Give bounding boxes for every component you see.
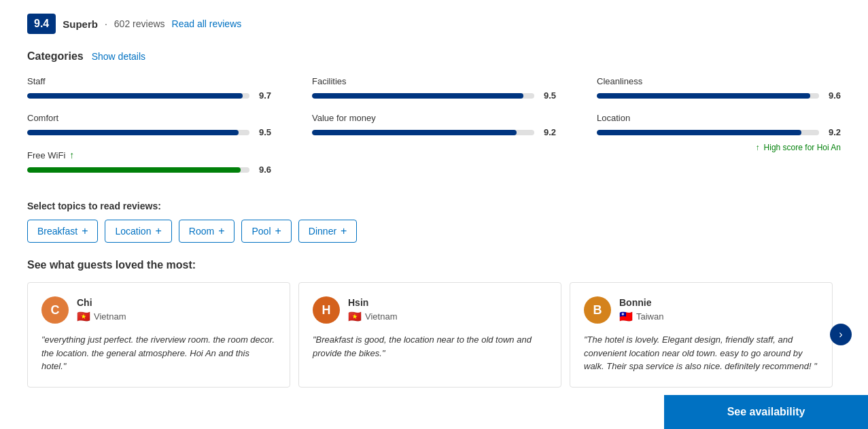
- category-cleanliness: Cleanliness 9.6: [597, 76, 841, 101]
- location-bar-fill: [597, 130, 801, 135]
- availability-btn-container: See availability: [664, 395, 868, 401]
- avatar-hsin: H: [313, 296, 340, 324]
- topic-chip-pool[interactable]: Pool +: [241, 220, 291, 243]
- guest-section-title: See what guests loved the most:: [27, 259, 841, 271]
- comfort-score: 9.5: [255, 127, 271, 137]
- categories-grid: Staff 9.7 Comfort 9.5: [27, 76, 841, 187]
- categories-title: Categories: [27, 50, 84, 63]
- category-location: Location 9.2: [597, 113, 841, 137]
- staff-score: 9.7: [255, 90, 271, 101]
- show-details-link[interactable]: Show details: [92, 51, 145, 62]
- topics-chips: Breakfast + Location + Room + Pool + Din…: [27, 220, 841, 243]
- review-card-chi: C Chi 🇻🇳 Vietnam "everything just perfec…: [27, 282, 290, 388]
- topics-section: Select topics to read reviews: Breakfast…: [27, 201, 841, 243]
- room-label: Room: [189, 226, 214, 237]
- facilities-bar-track: [312, 93, 534, 99]
- category-facilities: Facilities 9.5: [312, 76, 556, 101]
- wifi-bar-fill: [27, 167, 241, 173]
- reviews-row: C Chi 🇻🇳 Vietnam "everything just perfec…: [27, 282, 841, 388]
- facilities-score: 9.5: [540, 90, 556, 101]
- comfort-bar-fill: [27, 130, 239, 135]
- category-wifi: Free WiFi ↑ 9.6: [27, 150, 271, 175]
- category-value: Value for money 9.2: [312, 113, 556, 137]
- wifi-badge-icon: ↑: [69, 150, 74, 160]
- review-card-hsin: H Hsin 🇻🇳 Vietnam "Breakfast is good, th…: [298, 282, 561, 388]
- category-col-3: Cleanliness 9.6 Location 9.2: [597, 76, 841, 187]
- categories-header: Categories Show details: [27, 50, 841, 63]
- facilities-label: Facilities: [312, 76, 347, 86]
- comfort-bar-track: [27, 130, 249, 135]
- topic-chip-location[interactable]: Location +: [105, 220, 171, 243]
- topic-chip-room[interactable]: Room +: [179, 220, 235, 243]
- flag-chi: 🇻🇳: [77, 310, 90, 323]
- cleanliness-bar-track: [597, 93, 819, 99]
- review-text-hsin: "Breakfast is good, the location near to…: [313, 333, 547, 360]
- high-score-note: ↑ High score for Hoi An: [597, 143, 841, 152]
- rating-header: 9.4 Superb · 602 reviews Read all review…: [27, 14, 841, 34]
- location-bar-track: [597, 130, 819, 135]
- reviewer-name-hsin: Hsin: [348, 297, 397, 308]
- value-label: Value for money: [312, 113, 376, 123]
- value-bar-fill: [312, 130, 517, 135]
- rating-label: Superb: [63, 18, 98, 30]
- location-score: 9.2: [824, 127, 841, 137]
- country-hsin: Vietnam: [365, 311, 397, 322]
- plus-icon-room: +: [218, 225, 224, 237]
- breakfast-label: Breakfast: [37, 226, 77, 237]
- review-card-bonnie: B Bonnie 🇹🇼 Taiwan "The hotel is lovely.…: [570, 282, 833, 388]
- country-bonnie: Taiwan: [636, 311, 663, 322]
- category-comfort: Comfort 9.5: [27, 113, 271, 137]
- next-arrow-button[interactable]: ›: [830, 324, 852, 345]
- topic-chip-dinner[interactable]: Dinner +: [298, 220, 358, 243]
- staff-bar-track: [27, 93, 249, 99]
- wifi-bar-track: [27, 167, 249, 173]
- cleanliness-label: Cleanliness: [597, 76, 642, 86]
- reviewer-name-bonnie: Bonnie: [619, 297, 663, 308]
- flag-bonnie: 🇹🇼: [619, 310, 633, 323]
- flag-hsin: 🇻🇳: [348, 310, 362, 323]
- category-col-2: Facilities 9.5 Value for money 9: [312, 76, 556, 187]
- wifi-label: Free WiFi: [27, 150, 65, 160]
- country-chi: Vietnam: [94, 311, 126, 322]
- facilities-bar-fill: [312, 93, 523, 99]
- category-staff: Staff 9.7: [27, 76, 271, 101]
- high-score-text: High score for Hoi An: [764, 143, 841, 152]
- location-chip-label: Location: [115, 226, 151, 237]
- read-all-reviews-link[interactable]: Read all reviews: [172, 18, 242, 29]
- location-label: Location: [597, 113, 630, 123]
- cleanliness-bar-fill: [597, 93, 810, 99]
- value-bar-track: [312, 130, 534, 135]
- dot-separator: ·: [105, 18, 107, 29]
- plus-icon-pool: +: [275, 225, 281, 237]
- plus-icon-location: +: [155, 225, 161, 237]
- value-score: 9.2: [540, 127, 556, 137]
- cleanliness-score: 9.6: [824, 90, 841, 101]
- topic-chip-breakfast[interactable]: Breakfast +: [27, 220, 98, 243]
- rating-badge: 9.4: [27, 14, 56, 34]
- topics-label: Select topics to read reviews:: [27, 201, 841, 211]
- plus-icon-breakfast: +: [82, 225, 88, 237]
- staff-label: Staff: [27, 76, 46, 86]
- dinner-label: Dinner: [309, 226, 336, 237]
- category-col-1: Staff 9.7 Comfort 9.5: [27, 76, 271, 187]
- review-text-bonnie: "The hotel is lovely. Elegant design, fr…: [584, 333, 818, 373]
- arrow-up-icon: ↑: [756, 143, 760, 152]
- comfort-label: Comfort: [27, 113, 58, 123]
- review-count: 602 reviews: [114, 18, 165, 29]
- plus-icon-dinner: +: [341, 225, 347, 237]
- reviewer-name-chi: Chi: [77, 297, 126, 308]
- staff-bar-fill: [27, 93, 243, 99]
- wifi-score: 9.6: [255, 165, 271, 175]
- see-availability-button[interactable]: See availability: [664, 395, 868, 401]
- pool-label: Pool: [251, 226, 271, 237]
- avatar-chi: C: [41, 296, 69, 324]
- avatar-bonnie: B: [584, 296, 611, 324]
- chevron-right-icon: ›: [839, 328, 842, 341]
- review-text-chi: "everything just perfect. the riverview …: [41, 333, 276, 373]
